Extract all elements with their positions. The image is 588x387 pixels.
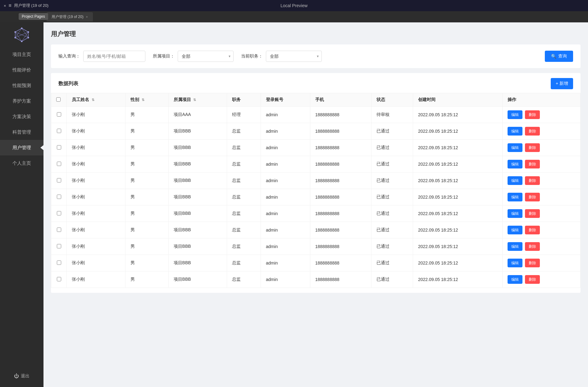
sidebar-item-user-mgmt[interactable]: 用户管理 xyxy=(0,140,43,155)
edit-button-9[interactable]: 编辑 xyxy=(508,259,522,267)
search-button[interactable]: 🔍 查询 xyxy=(545,51,573,62)
row-checkbox-0[interactable] xyxy=(57,112,61,117)
row-phone: 1888888888 xyxy=(310,255,371,271)
position-select[interactable]: 全部 经理 总监 xyxy=(266,51,322,62)
project-select[interactable]: 全部 项目AAA 项目BBB xyxy=(178,51,234,62)
row-checkbox-2[interactable] xyxy=(57,145,61,150)
search-btn-label: 查询 xyxy=(558,53,567,59)
row-project: 项目BBB xyxy=(168,140,227,156)
row-checkbox-8[interactable] xyxy=(57,244,61,248)
row-gender: 男 xyxy=(125,107,168,123)
menu-icon[interactable]: ≡ xyxy=(9,3,11,8)
sort-icon-gender[interactable]: ⇅ xyxy=(142,98,144,102)
row-name: 张小刚 xyxy=(67,271,125,288)
row-checkbox-5[interactable] xyxy=(57,195,61,199)
row-status: 已通过 xyxy=(371,189,413,205)
sidebar-item-personal[interactable]: 个人主页 xyxy=(0,155,43,171)
select-all-checkbox[interactable] xyxy=(56,97,61,102)
edit-button-6[interactable]: 编辑 xyxy=(508,209,522,218)
delete-button-8[interactable]: 删除 xyxy=(525,242,540,251)
edit-button-7[interactable]: 编辑 xyxy=(508,226,522,234)
top-bar: × ≡ 用户管理 (19 of 20) Local Preview xyxy=(0,0,588,11)
delete-button-9[interactable]: 删除 xyxy=(525,259,540,267)
add-button[interactable]: + 新增 xyxy=(551,78,573,89)
row-name: 张小刚 xyxy=(67,123,125,140)
row-status: 已通过 xyxy=(371,123,413,140)
row-checkbox-1[interactable] xyxy=(57,129,61,133)
delete-button-1[interactable]: 删除 xyxy=(525,127,540,136)
logout-button[interactable]: ⏻ 退出 xyxy=(0,368,43,384)
edit-button-10[interactable]: 编辑 xyxy=(508,275,522,284)
row-checkbox-cell xyxy=(51,189,67,205)
delete-button-10[interactable]: 删除 xyxy=(525,275,540,284)
row-checkbox-7[interactable] xyxy=(57,228,61,232)
sidebar-item-perf-eval[interactable]: 性能评价 xyxy=(0,62,43,78)
row-checkbox-cell xyxy=(51,156,67,173)
row-project: 项目BBB xyxy=(168,222,227,238)
sort-icon-project[interactable]: ⇅ xyxy=(193,98,196,102)
row-checkbox-3[interactable] xyxy=(57,162,61,166)
row-account: admin xyxy=(261,271,310,288)
data-card-header: 数据列表 + 新增 xyxy=(51,78,581,93)
tab-user-management[interactable]: 用户管理 (19 of 20) × xyxy=(47,12,93,21)
close-icon[interactable]: × xyxy=(4,3,6,8)
row-position: 总监 xyxy=(227,238,261,255)
edit-button-1[interactable]: 编辑 xyxy=(508,127,522,136)
search-input[interactable] xyxy=(83,51,145,62)
sort-icon-name[interactable]: ⇅ xyxy=(92,98,94,102)
th-account: 登录账号 xyxy=(261,93,310,107)
tab-bar: Project Pages 用户管理 (19 of 20) × xyxy=(0,11,588,22)
delete-button-5[interactable]: 删除 xyxy=(525,193,540,201)
delete-button-7[interactable]: 删除 xyxy=(525,226,540,234)
delete-button-6[interactable]: 删除 xyxy=(525,209,540,218)
query-label: 输入查询： xyxy=(58,53,80,59)
row-checkbox-9[interactable] xyxy=(57,260,61,265)
row-phone: 1888888888 xyxy=(310,107,371,123)
th-gender: 性别 ⇅ xyxy=(125,93,168,107)
sidebar-item-sci-mgmt[interactable]: 科普管理 xyxy=(0,124,43,140)
tab-close-icon[interactable]: × xyxy=(86,15,88,19)
window-title: 用户管理 (19 of 20) xyxy=(14,3,48,8)
sidebar-item-decision[interactable]: 方案决策 xyxy=(0,109,43,124)
sidebar-item-label-personal: 个人主页 xyxy=(12,160,31,166)
delete-button-0[interactable]: 删除 xyxy=(525,110,540,119)
row-name: 张小刚 xyxy=(67,222,125,238)
row-status: 待审核 xyxy=(371,107,413,123)
row-position: 总监 xyxy=(227,173,261,189)
th-checkbox xyxy=(51,93,67,107)
edit-button-2[interactable]: 编辑 xyxy=(508,143,522,152)
delete-button-4[interactable]: 删除 xyxy=(525,176,540,185)
edit-button-0[interactable]: 编辑 xyxy=(508,110,522,119)
data-card: 数据列表 + 新增 员工姓名 ⇅ 性别 ⇅ 所属项目 ⇅ 职务 登录账号 手机 xyxy=(51,73,581,293)
row-checkbox-cell xyxy=(51,205,67,222)
row-created: 2022.09.05 18:25:12 xyxy=(413,173,503,189)
delete-button-3[interactable]: 删除 xyxy=(525,160,540,168)
row-name: 张小刚 xyxy=(67,255,125,271)
th-name: 员工姓名 ⇅ xyxy=(67,93,125,107)
row-checkbox-cell xyxy=(51,123,67,140)
row-created: 2022.09.05 18:25:12 xyxy=(413,238,503,255)
table-row: 张小刚 男 项目BBB 总监 admin 1888888888 已通过 2022… xyxy=(51,156,581,173)
edit-button-4[interactable]: 编辑 xyxy=(508,176,522,185)
tab-label: 用户管理 (19 of 20) xyxy=(52,14,84,20)
row-checkbox-10[interactable] xyxy=(57,277,61,281)
row-checkbox-4[interactable] xyxy=(57,178,61,182)
row-gender: 男 xyxy=(125,255,168,271)
sidebar-item-home[interactable]: 项目主页 xyxy=(0,47,43,62)
table-row: 张小刚 男 项目BBB 总监 admin 1888888888 已通过 2022… xyxy=(51,238,581,255)
row-created: 2022.09.05 18:25:12 xyxy=(413,189,503,205)
top-bar-left: × ≡ 用户管理 (19 of 20) xyxy=(4,3,48,8)
sidebar-item-maintain[interactable]: 养护方案 xyxy=(0,93,43,109)
row-created: 2022.09.05 18:25:12 xyxy=(413,107,503,123)
row-project: 项目BBB xyxy=(168,156,227,173)
edit-button-5[interactable]: 编辑 xyxy=(508,193,522,201)
search-card: 输入查询： 所属项目： 全部 项目AAA 项目BBB 当前职务： 全部 xyxy=(51,44,581,68)
row-gender: 男 xyxy=(125,205,168,222)
table-row: 张小刚 男 项目BBB 总监 admin 1888888888 已通过 2022… xyxy=(51,173,581,189)
delete-button-2[interactable]: 删除 xyxy=(525,143,540,152)
row-phone: 1888888888 xyxy=(310,189,371,205)
sidebar-item-perf-predict[interactable]: 性能预测 xyxy=(0,78,43,93)
edit-button-8[interactable]: 编辑 xyxy=(508,242,522,251)
edit-button-3[interactable]: 编辑 xyxy=(508,160,522,168)
row-checkbox-6[interactable] xyxy=(57,211,61,215)
